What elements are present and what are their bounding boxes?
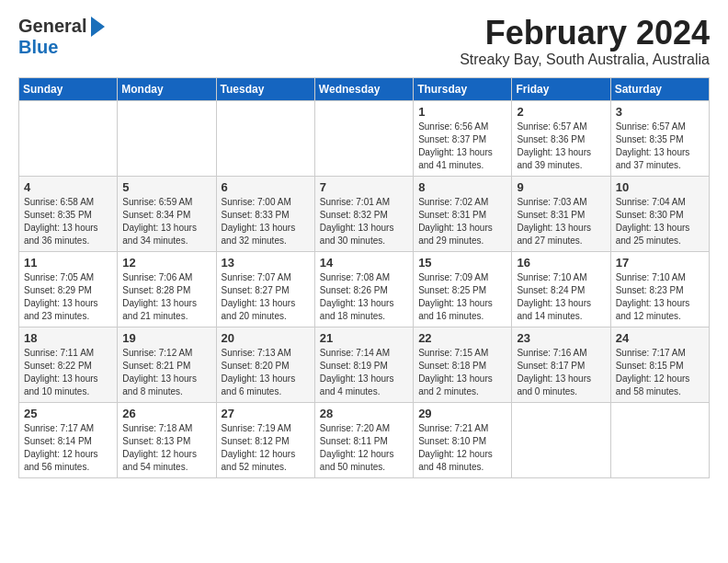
day-number: 5 (122, 180, 210, 194)
col-header-tuesday: Tuesday (216, 77, 314, 100)
day-number: 15 (418, 256, 506, 270)
day-info: Sunrise: 7:18 AM Sunset: 8:13 PM Dayligh… (122, 422, 210, 474)
day-number: 7 (320, 180, 408, 194)
calendar-cell: 21Sunrise: 7:14 AM Sunset: 8:19 PM Dayli… (314, 327, 413, 402)
day-number: 12 (122, 256, 210, 270)
day-number: 20 (222, 331, 310, 345)
day-info: Sunrise: 7:09 AM Sunset: 8:25 PM Dayligh… (418, 271, 506, 323)
day-info: Sunrise: 7:01 AM Sunset: 8:32 PM Dayligh… (320, 196, 408, 247)
calendar-cell: 14Sunrise: 7:08 AM Sunset: 8:26 PM Dayli… (314, 251, 413, 327)
day-info: Sunrise: 7:03 AM Sunset: 8:31 PM Dayligh… (517, 196, 605, 247)
day-info: Sunrise: 6:58 AM Sunset: 8:35 PM Dayligh… (24, 196, 112, 247)
header: General Blue February 2024 Streaky Bay, … (18, 15, 710, 68)
day-number: 19 (122, 331, 210, 345)
location: Streaky Bay, South Australia, Australia (460, 52, 710, 68)
calendar-cell: 15Sunrise: 7:09 AM Sunset: 8:25 PM Dayli… (414, 251, 512, 327)
calendar-cell (216, 100, 314, 176)
calendar-cell: 29Sunrise: 7:21 AM Sunset: 8:10 PM Dayli… (414, 402, 512, 477)
day-info: Sunrise: 7:02 AM Sunset: 8:31 PM Dayligh… (418, 196, 506, 247)
calendar-cell: 7Sunrise: 7:01 AM Sunset: 8:32 PM Daylig… (314, 176, 413, 251)
calendar-cell: 8Sunrise: 7:02 AM Sunset: 8:31 PM Daylig… (414, 176, 512, 251)
calendar-cell: 26Sunrise: 7:18 AM Sunset: 8:13 PM Dayli… (118, 402, 216, 477)
day-info: Sunrise: 7:19 AM Sunset: 8:12 PM Dayligh… (222, 422, 310, 474)
day-number: 10 (616, 180, 704, 194)
day-info: Sunrise: 7:04 AM Sunset: 8:30 PM Dayligh… (616, 196, 704, 247)
day-number: 25 (24, 407, 112, 420)
day-info: Sunrise: 7:15 AM Sunset: 8:18 PM Dayligh… (418, 347, 506, 398)
logo-arrow-icon (91, 17, 105, 37)
day-number: 24 (616, 331, 704, 345)
day-number: 28 (320, 407, 408, 420)
col-header-wednesday: Wednesday (314, 77, 413, 100)
calendar-cell: 9Sunrise: 7:03 AM Sunset: 8:31 PM Daylig… (512, 176, 610, 251)
calendar-cell: 5Sunrise: 6:59 AM Sunset: 8:34 PM Daylig… (118, 176, 216, 251)
calendar-cell: 28Sunrise: 7:20 AM Sunset: 8:11 PM Dayli… (314, 402, 413, 477)
calendar-table: SundayMondayTuesdayWednesdayThursdayFrid… (18, 77, 710, 478)
day-number: 29 (418, 407, 506, 420)
day-info: Sunrise: 7:07 AM Sunset: 8:27 PM Dayligh… (222, 271, 310, 323)
calendar-cell: 12Sunrise: 7:06 AM Sunset: 8:28 PM Dayli… (118, 251, 216, 327)
day-info: Sunrise: 7:08 AM Sunset: 8:26 PM Dayligh… (320, 271, 408, 323)
calendar-cell (610, 402, 709, 477)
day-number: 14 (320, 256, 408, 270)
day-number: 21 (320, 331, 408, 345)
calendar-cell: 1Sunrise: 6:56 AM Sunset: 8:37 PM Daylig… (414, 100, 512, 176)
day-number: 4 (24, 180, 112, 194)
calendar-cell: 13Sunrise: 7:07 AM Sunset: 8:27 PM Dayli… (216, 251, 314, 327)
header-row: SundayMondayTuesdayWednesdayThursdayFrid… (19, 77, 710, 100)
calendar-cell: 10Sunrise: 7:04 AM Sunset: 8:30 PM Dayli… (610, 176, 709, 251)
day-info: Sunrise: 7:12 AM Sunset: 8:21 PM Dayligh… (122, 347, 210, 398)
col-header-monday: Monday (118, 77, 216, 100)
day-number: 27 (222, 407, 310, 420)
calendar-cell: 16Sunrise: 7:10 AM Sunset: 8:24 PM Dayli… (512, 251, 610, 327)
day-number: 23 (517, 331, 605, 345)
day-number: 8 (418, 180, 506, 194)
logo-text-block: General Blue (18, 15, 105, 57)
logo: General Blue (18, 15, 105, 57)
day-number: 18 (24, 331, 112, 345)
day-number: 16 (517, 256, 605, 270)
day-info: Sunrise: 6:56 AM Sunset: 8:37 PM Dayligh… (418, 121, 506, 172)
week-row-4: 18Sunrise: 7:11 AM Sunset: 8:22 PM Dayli… (19, 327, 710, 402)
week-row-5: 25Sunrise: 7:17 AM Sunset: 8:14 PM Dayli… (19, 402, 710, 477)
col-header-friday: Friday (512, 77, 610, 100)
day-info: Sunrise: 6:59 AM Sunset: 8:34 PM Dayligh… (122, 196, 210, 247)
week-row-2: 4Sunrise: 6:58 AM Sunset: 8:35 PM Daylig… (19, 176, 710, 251)
calendar-cell (118, 100, 216, 176)
day-info: Sunrise: 6:57 AM Sunset: 8:36 PM Dayligh… (517, 121, 605, 172)
calendar-cell: 20Sunrise: 7:13 AM Sunset: 8:20 PM Dayli… (216, 327, 314, 402)
calendar-cell (314, 100, 413, 176)
calendar-cell: 17Sunrise: 7:10 AM Sunset: 8:23 PM Dayli… (610, 251, 709, 327)
day-info: Sunrise: 7:21 AM Sunset: 8:10 PM Dayligh… (418, 422, 506, 474)
day-number: 1 (418, 105, 506, 119)
logo-general: General (18, 16, 86, 36)
calendar-cell (19, 100, 118, 176)
calendar-cell: 24Sunrise: 7:17 AM Sunset: 8:15 PM Dayli… (610, 327, 709, 402)
day-number: 22 (418, 331, 506, 345)
calendar-cell: 3Sunrise: 6:57 AM Sunset: 8:35 PM Daylig… (610, 100, 709, 176)
calendar-cell: 6Sunrise: 7:00 AM Sunset: 8:33 PM Daylig… (216, 176, 314, 251)
day-number: 2 (517, 105, 605, 119)
day-info: Sunrise: 7:16 AM Sunset: 8:17 PM Dayligh… (517, 347, 605, 398)
day-info: Sunrise: 7:00 AM Sunset: 8:33 PM Dayligh… (222, 196, 310, 247)
calendar-cell: 4Sunrise: 6:58 AM Sunset: 8:35 PM Daylig… (19, 176, 118, 251)
day-number: 6 (222, 180, 310, 194)
day-info: Sunrise: 7:06 AM Sunset: 8:28 PM Dayligh… (122, 271, 210, 323)
title-block: February 2024 Streaky Bay, South Austral… (460, 15, 710, 68)
day-info: Sunrise: 7:13 AM Sunset: 8:20 PM Dayligh… (222, 347, 310, 398)
calendar-cell: 2Sunrise: 6:57 AM Sunset: 8:36 PM Daylig… (512, 100, 610, 176)
day-info: Sunrise: 7:17 AM Sunset: 8:14 PM Dayligh… (24, 422, 112, 474)
calendar-cell: 22Sunrise: 7:15 AM Sunset: 8:18 PM Dayli… (414, 327, 512, 402)
calendar-cell: 23Sunrise: 7:16 AM Sunset: 8:17 PM Dayli… (512, 327, 610, 402)
day-info: Sunrise: 7:10 AM Sunset: 8:24 PM Dayligh… (517, 271, 605, 323)
day-number: 9 (517, 180, 605, 194)
day-info: Sunrise: 7:20 AM Sunset: 8:11 PM Dayligh… (320, 422, 408, 474)
day-info: Sunrise: 7:10 AM Sunset: 8:23 PM Dayligh… (616, 271, 704, 323)
day-info: Sunrise: 7:05 AM Sunset: 8:29 PM Dayligh… (24, 271, 112, 323)
page: General Blue February 2024 Streaky Bay, … (0, 0, 728, 489)
calendar-cell: 19Sunrise: 7:12 AM Sunset: 8:21 PM Dayli… (118, 327, 216, 402)
calendar-cell: 25Sunrise: 7:17 AM Sunset: 8:14 PM Dayli… (19, 402, 118, 477)
week-row-3: 11Sunrise: 7:05 AM Sunset: 8:29 PM Dayli… (19, 251, 710, 327)
day-info: Sunrise: 7:14 AM Sunset: 8:19 PM Dayligh… (320, 347, 408, 398)
col-header-saturday: Saturday (610, 77, 709, 100)
